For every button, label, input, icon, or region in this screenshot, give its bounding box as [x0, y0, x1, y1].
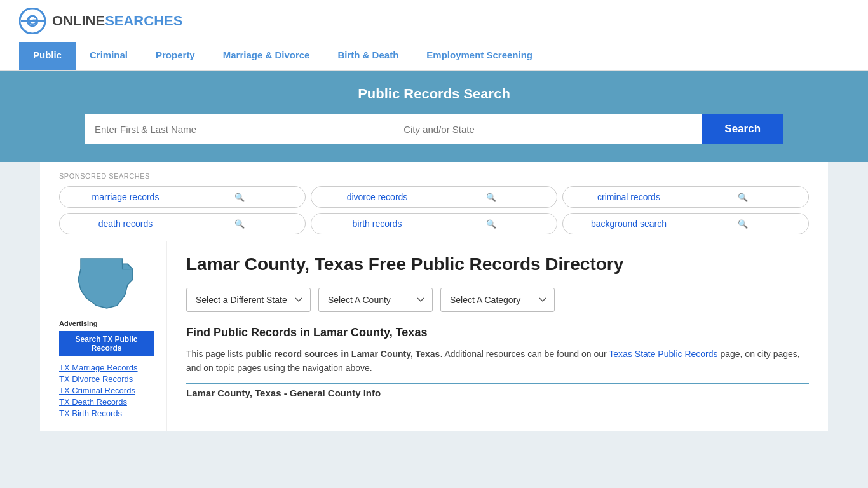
nav-item-birth-death[interactable]: Birth & Death	[323, 42, 412, 70]
sidebar-link-death[interactable]: TX Death Records	[59, 397, 154, 407]
hero-section: Public Records Search Search	[0, 71, 868, 162]
location-input[interactable]	[393, 114, 702, 144]
sidebar: Advertising Search TX Public Records TX …	[40, 241, 167, 431]
hero-title: Public Records Search	[19, 86, 849, 102]
find-records-text: This page lists public record sources in…	[186, 347, 809, 376]
sidebar-link-marriage[interactable]: TX Marriage Records	[59, 363, 154, 372]
logo-online: ONLINE	[52, 13, 105, 29]
logo-icon: G	[19, 8, 46, 34]
sponsored-section: SPONSORED SEARCHES marriage records 🔍 di…	[40, 162, 828, 241]
logo-searches: SEARCHES	[105, 13, 182, 29]
state-dropdown[interactable]: Select a Different State	[186, 288, 311, 312]
find-text-bold: public record sources in Lamar County, T…	[245, 349, 440, 359]
search-row: Search	[85, 114, 783, 144]
sidebar-links: TX Marriage Records TX Divorce Records T…	[59, 363, 154, 418]
nav-item-criminal[interactable]: Criminal	[76, 42, 142, 70]
search-icon-divorce: 🔍	[434, 193, 548, 202]
main-wrapper: SPONSORED SEARCHES marriage records 🔍 di…	[40, 162, 828, 431]
sidebar-link-birth[interactable]: TX Birth Records	[59, 409, 154, 418]
find-text-before: This page lists	[186, 349, 245, 359]
sponsored-tag-criminal[interactable]: criminal records 🔍	[562, 186, 809, 208]
texas-state-icon	[75, 254, 139, 311]
sponsored-tag-marriage[interactable]: marriage records 🔍	[59, 186, 306, 208]
main-nav: Public Criminal Property Marriage & Divo…	[19, 42, 849, 70]
search-icon-background: 🔍	[686, 219, 799, 229]
sidebar-ad-label: Advertising	[59, 320, 154, 327]
nav-item-employment[interactable]: Employment Screening	[412, 42, 546, 70]
sponsored-tag-label-divorce: divorce records	[320, 192, 434, 202]
sponsored-tag-label-marriage: marriage records	[69, 192, 182, 202]
find-link-texas[interactable]: Texas State Public Records	[609, 349, 717, 359]
search-icon-criminal: 🔍	[686, 193, 799, 202]
section-header: Lamar County, Texas - General County Inf…	[186, 384, 809, 398]
header: G ONLINE SEARCHES Public Criminal Proper…	[0, 0, 868, 71]
sidebar-ad-button[interactable]: Search TX Public Records	[59, 331, 154, 356]
content-area: Advertising Search TX Public Records TX …	[40, 241, 828, 431]
logo-text: ONLINE SEARCHES	[52, 13, 182, 29]
logo-area: G ONLINE SEARCHES	[19, 8, 849, 34]
page-title: Lamar County, Texas Free Public Records …	[186, 254, 809, 275]
sponsored-tag-label-death: death records	[69, 219, 182, 229]
search-icon-marriage: 🔍	[182, 193, 296, 202]
sidebar-link-criminal[interactable]: TX Criminal Records	[59, 386, 154, 395]
search-icon-death: 🔍	[182, 219, 296, 229]
find-text-middle: . Additional resources can be found on o…	[440, 349, 609, 359]
name-input[interactable]	[85, 114, 393, 144]
sponsored-tag-divorce[interactable]: divorce records 🔍	[311, 186, 557, 208]
sponsored-tag-birth[interactable]: birth records 🔍	[311, 213, 557, 234]
sponsored-grid: marriage records 🔍 divorce records 🔍 cri…	[59, 186, 809, 234]
search-button[interactable]: Search	[702, 114, 783, 144]
nav-item-property[interactable]: Property	[142, 42, 209, 70]
texas-map	[59, 254, 154, 311]
nav-item-marriage-divorce[interactable]: Marriage & Divorce	[209, 42, 324, 70]
find-records-title: Find Public Records in Lamar County, Tex…	[186, 326, 809, 339]
main-content: Lamar County, Texas Free Public Records …	[167, 241, 828, 431]
category-dropdown[interactable]: Select A Category	[440, 288, 555, 312]
sponsored-tag-label-criminal: criminal records	[572, 192, 686, 202]
sponsored-tag-background[interactable]: background search 🔍	[562, 213, 809, 234]
dropdowns-row: Select a Different State Select A County…	[186, 288, 809, 312]
sponsored-tag-label-background: background search	[572, 219, 686, 229]
sponsored-tag-death[interactable]: death records 🔍	[59, 213, 306, 234]
county-dropdown[interactable]: Select A County	[318, 288, 433, 312]
sponsored-tag-label-birth: birth records	[320, 219, 434, 229]
nav-item-public[interactable]: Public	[19, 42, 76, 70]
search-icon-birth: 🔍	[434, 219, 548, 229]
sponsored-label: SPONSORED SEARCHES	[59, 172, 809, 180]
sidebar-link-divorce[interactable]: TX Divorce Records	[59, 374, 154, 384]
